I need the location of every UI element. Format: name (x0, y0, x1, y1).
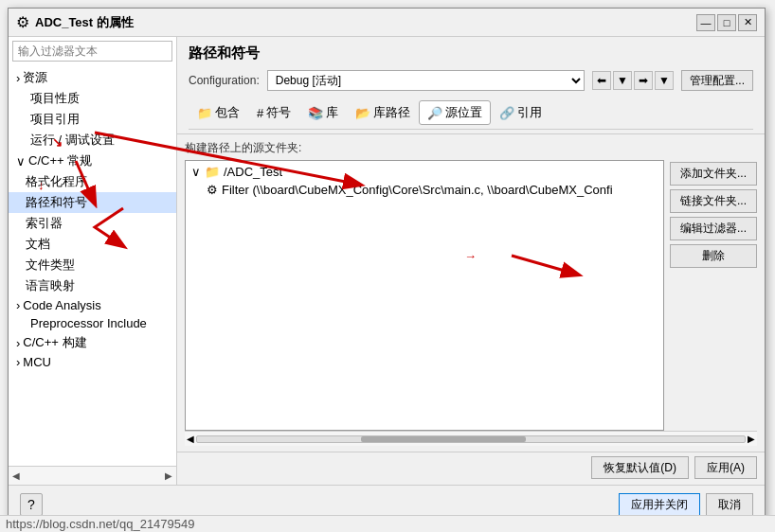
sidebar-item-run-debug[interactable]: 运行 / 调试设置 (9, 130, 176, 151)
include-icon: 📁 (197, 106, 212, 120)
tab-ref-label: 引用 (517, 104, 542, 121)
symbol-icon: # (257, 106, 263, 120)
scroll-right-btn[interactable]: ▶ (165, 470, 172, 481)
sidebar-item-label: 运行 / 调试设置 (30, 132, 115, 149)
sidebar-item-label: 项目引用 (30, 111, 80, 128)
manage-config-button[interactable]: 管理配置... (681, 70, 753, 91)
config-row: Configuration: Debug [活动] ⬅ ▼ ➡ ▼ 管理配置..… (189, 70, 753, 91)
hscroll-thumb (361, 436, 525, 442)
expand-arrow: › (16, 71, 20, 85)
link-folder-button[interactable]: 链接文件夹... (670, 189, 757, 213)
tab-libpath[interactable]: 📂 库路径 (347, 100, 419, 125)
expand-arrow-ca: › (16, 298, 20, 312)
scroll-left-btn[interactable]: ◀ (12, 470, 20, 481)
sidebar-item-filetype[interactable]: 文件类型 (9, 255, 176, 275)
expand-arrow-build: › (16, 336, 20, 350)
ref-icon: 🔗 (499, 106, 514, 120)
maximize-button[interactable]: □ (717, 14, 736, 31)
sidebar-item-project-ref[interactable]: 项目引用 (9, 109, 176, 130)
help-button[interactable]: ? (20, 493, 43, 516)
add-folder-button[interactable]: 添加文件夹... (670, 162, 757, 186)
tree-container: › 资源 项目性质 项目引用 运行 / 调试设置 ∨ C/C++ 常规 (9, 65, 176, 466)
sidebar-item-preprocessor[interactable]: Preprocessor Include (9, 314, 176, 332)
sidebar-item-label: 格式化程序 (26, 173, 87, 190)
config-select[interactable]: Debug [活动] (267, 70, 585, 91)
filter-input[interactable] (12, 41, 172, 62)
window-title: ADC_Test 的属性 (35, 14, 134, 31)
hscroll-track (196, 435, 746, 443)
libpath-icon: 📂 (355, 106, 370, 120)
minimize-button[interactable]: — (696, 14, 715, 31)
config-label: Configuration: (189, 74, 260, 87)
nav-down-btn[interactable]: ▼ (613, 71, 632, 90)
tab-library[interactable]: 📚 库 (299, 100, 347, 125)
hscroll-bar[interactable]: ◀ ▶ (185, 431, 757, 446)
right-panel-title: 路径和符号 (189, 44, 753, 62)
sidebar-item-label: Preprocessor Include (30, 316, 147, 330)
library-icon: 📚 (308, 106, 323, 120)
sidebar-item-cpp-build[interactable]: › C/C++ 构建 (9, 332, 176, 353)
close-button[interactable]: ✕ (738, 14, 757, 31)
nav-forward-btn[interactable]: ➡ (634, 71, 653, 90)
tab-symbol[interactable]: # 符号 (248, 100, 299, 125)
expand-arrow-cpp: ∨ (16, 154, 26, 168)
status-text: https://blog.csdn.net/qq_21479549 (6, 517, 195, 531)
content-area: ∨ 📁 /ADC_Test ⚙ Filter (\\board\CubeMX_C… (185, 160, 757, 431)
tree-root-item[interactable]: ∨ 📁 /ADC_Test (188, 163, 661, 181)
sidebar-item-label: 文档 (26, 236, 50, 253)
sidebar-item-label: C/C++ 构建 (23, 334, 86, 351)
sidebar-item-mcu[interactable]: › MCU (9, 353, 176, 371)
cancel-button[interactable]: 取消 (706, 493, 753, 516)
title-bar: ⚙ ADC_Test 的属性 — □ ✕ (9, 9, 765, 37)
restore-defaults-button[interactable]: 恢复默认值(D) (591, 456, 689, 479)
sourceloc-icon: 🔎 (427, 106, 442, 120)
sidebar-item-project-nature[interactable]: 项目性质 (9, 88, 176, 109)
nav-arrows: ⬅ ▼ ➡ ▼ (592, 71, 674, 90)
tab-toolbar: 📁 包含 # 符号 📚 库 📂 库路径 (189, 98, 753, 130)
sidebar-item-doc[interactable]: 文档 (9, 234, 176, 255)
tab-sourceloc[interactable]: 🔎 源位置 (419, 100, 491, 125)
expand-arrow-mcu: › (16, 355, 20, 369)
right-footer: 恢复默认值(D) 应用(A) (177, 452, 765, 485)
sidebar-item-label: 文件类型 (26, 257, 75, 274)
sidebar-item-label: Code Analysis (23, 298, 100, 312)
sidebar-item-index[interactable]: 索引器 (9, 213, 176, 234)
right-content: 构建路径上的源文件夹: ∨ 📁 /ADC_Test ⚙ Filter (\\bo… (177, 134, 765, 452)
footer-right: 应用并关闭 取消 (619, 493, 753, 516)
sidebar-item-label: 资源 (23, 69, 47, 86)
hscroll-left-arrow[interactable]: ◀ (187, 434, 194, 444)
tab-sourceloc-label: 源位置 (445, 104, 482, 121)
sidebar-item-label: 索引器 (26, 215, 63, 232)
ok-close-button[interactable]: 应用并关闭 (619, 493, 700, 516)
right-panel: 路径和符号 Configuration: Debug [活动] ⬅ ▼ ➡ ▼ … (177, 37, 765, 485)
sidebar-item-code-analysis[interactable]: › Code Analysis (9, 296, 176, 314)
folder-icon: 📁 (205, 165, 220, 179)
dialog-window: ⚙ ADC_Test 的属性 — □ ✕ › 资源 项目性质 (8, 8, 766, 523)
tree-child-item[interactable]: ⚙ Filter (\\board\CubeMX_Config\Core\Src… (188, 181, 661, 199)
delete-button[interactable]: 删除 (670, 244, 757, 268)
tab-library-label: 库 (326, 104, 338, 121)
sidebar-item-cpp-general[interactable]: ∨ C/C++ 常规 (9, 151, 176, 171)
sidebar-item-resources[interactable]: › 资源 (9, 67, 176, 88)
sidebar-item-format[interactable]: 格式化程序 (9, 171, 176, 192)
tree-child-label: Filter (\\board\CubeMX_Config\Core\Src\m… (222, 183, 613, 197)
left-panel-bottom: ◀ ▶ (9, 466, 176, 485)
left-panel: › 资源 项目性质 项目引用 运行 / 调试设置 ∨ C/C++ 常规 (9, 37, 177, 485)
title-bar-controls: — □ ✕ (696, 14, 757, 31)
expand-arrow: ∨ (191, 165, 201, 179)
nav-back-btn[interactable]: ⬅ (592, 71, 611, 90)
edit-filter-button[interactable]: 编辑过滤器... (670, 217, 757, 240)
sidebar-item-path-symbol[interactable]: 路径和符号 (9, 192, 176, 213)
window-icon: ⚙ (16, 13, 29, 31)
source-tree-list[interactable]: ∨ 📁 /ADC_Test ⚙ Filter (\\board\CubeMX_C… (185, 160, 664, 431)
tab-include[interactable]: 📁 包含 (189, 100, 248, 125)
sidebar-item-langmap[interactable]: 语言映射 (9, 275, 176, 296)
nav-down2-btn[interactable]: ▼ (655, 71, 674, 90)
tab-ref[interactable]: 🔗 引用 (491, 100, 550, 125)
tree-root-label: /ADC_Test (224, 165, 282, 179)
sidebar-item-label: MCU (23, 355, 51, 369)
hscroll-right-arrow[interactable]: ▶ (748, 434, 755, 444)
apply-button[interactable]: 应用(A) (694, 456, 757, 479)
tab-libpath-label: 库路径 (373, 104, 410, 121)
filter-icon: ⚙ (207, 183, 218, 197)
